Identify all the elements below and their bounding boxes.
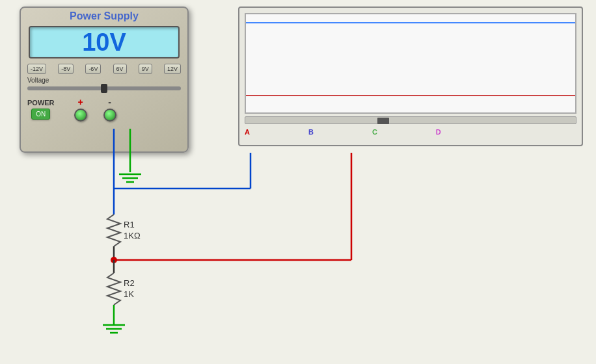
voltage-slider-thumb — [101, 84, 107, 93]
negative-terminal-group: - — [103, 97, 116, 122]
osc-scrollbar-thumb — [377, 118, 389, 124]
positive-terminal-group: + — [74, 97, 87, 122]
osc-channel-d-label: D — [436, 128, 441, 136]
osc-channel-labels: A B C D — [239, 127, 582, 137]
r2-label: R2 — [124, 278, 135, 288]
btn-neg8v[interactable]: -8V — [58, 64, 74, 74]
svg-point-6 — [111, 257, 117, 263]
btn-12v[interactable]: 12V — [164, 64, 181, 74]
osc-channel-c-label: C — [372, 128, 377, 136]
btn-6v[interactable]: 6V — [113, 64, 127, 74]
voltage-slider-row — [21, 85, 187, 93]
osc-controls — [239, 114, 582, 127]
btn-9v[interactable]: 9V — [139, 64, 152, 74]
r1-value: 1KΩ — [124, 231, 141, 240]
positive-terminal-label: + — [77, 97, 83, 107]
power-section: POWER ON — [27, 99, 55, 120]
voltage-display: 10V — [29, 26, 180, 58]
oscilloscope-screen — [245, 13, 576, 114]
power-label: POWER — [27, 99, 55, 107]
terminals: + - — [74, 97, 116, 122]
power-supply: Power Supply 10V -12V -8V -6V 6V 9V 12V … — [20, 6, 189, 153]
voltage-slider[interactable] — [27, 86, 181, 90]
osc-scrollbar[interactable] — [245, 116, 576, 124]
btn-neg6v[interactable]: -6V — [85, 64, 101, 74]
btn-neg12v[interactable]: -12V — [27, 64, 46, 74]
r1-label: R1 — [124, 220, 135, 229]
oscilloscope: A B C D — [238, 6, 583, 146]
power-supply-title: Power Supply — [21, 8, 187, 23]
voltage-label: Voltage — [21, 77, 187, 84]
osc-channel-b-label: B — [308, 128, 314, 136]
power-bottom-row: POWER ON + - — [21, 93, 187, 125]
osc-trace-top — [246, 22, 575, 23]
r2-value: 1K — [124, 289, 134, 299]
negative-terminal-knob[interactable] — [103, 109, 116, 122]
osc-trace-bottom — [246, 95, 575, 96]
positive-terminal-knob[interactable] — [74, 109, 87, 122]
negative-terminal-label: - — [108, 97, 111, 107]
power-on-button[interactable]: ON — [31, 109, 50, 120]
osc-channel-a-label: A — [245, 128, 250, 136]
voltage-value: 10V — [82, 29, 126, 57]
voltage-buttons-row: -12V -8V -6V 6V 9V 12V — [21, 61, 187, 77]
